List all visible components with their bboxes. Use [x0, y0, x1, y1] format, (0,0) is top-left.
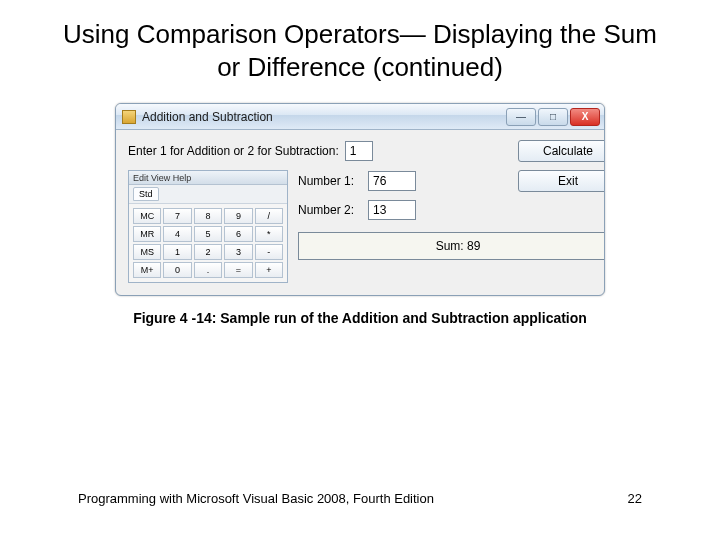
maximize-button[interactable]: □ — [538, 108, 568, 126]
keypad-key[interactable]: / — [255, 208, 283, 224]
keypad-menubar: Edit View Help — [129, 171, 287, 185]
app-icon — [122, 110, 136, 124]
footer-left: Programming with Microsoft Visual Basic … — [78, 491, 434, 506]
result-box: Sum: 89 — [298, 232, 605, 260]
result-text: Sum: 89 — [436, 239, 481, 253]
prompt-label: Enter 1 for Addition or 2 for Subtractio… — [128, 144, 339, 158]
number1-input[interactable] — [368, 171, 416, 191]
keypad-key[interactable]: . — [194, 262, 222, 278]
keypad-key[interactable]: MC — [133, 208, 161, 224]
keypad-grid: MC789/MR456*MS123-M+0.=+ — [129, 204, 287, 282]
number2-input[interactable] — [368, 200, 416, 220]
keypad-key[interactable]: 0 — [163, 262, 191, 278]
keypad-key[interactable]: 5 — [194, 226, 222, 242]
keypad-tab[interactable]: Std — [133, 187, 159, 201]
page-number: 22 — [628, 491, 642, 506]
number2-label: Number 2: — [298, 203, 360, 217]
keypad-key[interactable]: MR — [133, 226, 161, 242]
calculate-button[interactable]: Calculate — [518, 140, 605, 162]
app-window: Addition and Subtraction — □ X Enter 1 f… — [115, 103, 605, 296]
prompt-row: Enter 1 for Addition or 2 for Subtractio… — [128, 141, 508, 161]
number1-row: Number 1: — [298, 171, 508, 191]
keypad-key[interactable]: 9 — [224, 208, 252, 224]
keypad: Edit View Help Std MC789/MR456*MS123-M+0… — [128, 170, 288, 283]
keypad-key[interactable]: 1 — [163, 244, 191, 260]
keypad-key[interactable]: MS — [133, 244, 161, 260]
keypad-tabs: Std — [129, 185, 287, 204]
figure-caption: Figure 4 -14: Sample run of the Addition… — [0, 310, 720, 326]
keypad-key[interactable]: * — [255, 226, 283, 242]
window-body: Enter 1 for Addition or 2 for Subtractio… — [116, 130, 604, 295]
close-button[interactable]: X — [570, 108, 600, 126]
keypad-key[interactable]: = — [224, 262, 252, 278]
keypad-key[interactable]: 3 — [224, 244, 252, 260]
choice-input[interactable] — [345, 141, 373, 161]
keypad-key[interactable]: 4 — [163, 226, 191, 242]
keypad-key[interactable]: M+ — [133, 262, 161, 278]
keypad-key[interactable]: 2 — [194, 244, 222, 260]
keypad-key[interactable]: 6 — [224, 226, 252, 242]
keypad-key[interactable]: + — [255, 262, 283, 278]
keypad-key[interactable]: 7 — [163, 208, 191, 224]
keypad-key[interactable]: - — [255, 244, 283, 260]
keypad-key[interactable]: 8 — [194, 208, 222, 224]
titlebar: Addition and Subtraction — □ X — [116, 104, 604, 130]
window-title: Addition and Subtraction — [142, 110, 273, 124]
figure-container: Addition and Subtraction — □ X Enter 1 f… — [0, 103, 720, 296]
minimize-button[interactable]: — — [506, 108, 536, 126]
number1-label: Number 1: — [298, 174, 360, 188]
exit-button[interactable]: Exit — [518, 170, 605, 192]
slide-title: Using Comparison Operators— Displaying t… — [0, 0, 720, 91]
number2-row: Number 2: — [298, 200, 508, 220]
